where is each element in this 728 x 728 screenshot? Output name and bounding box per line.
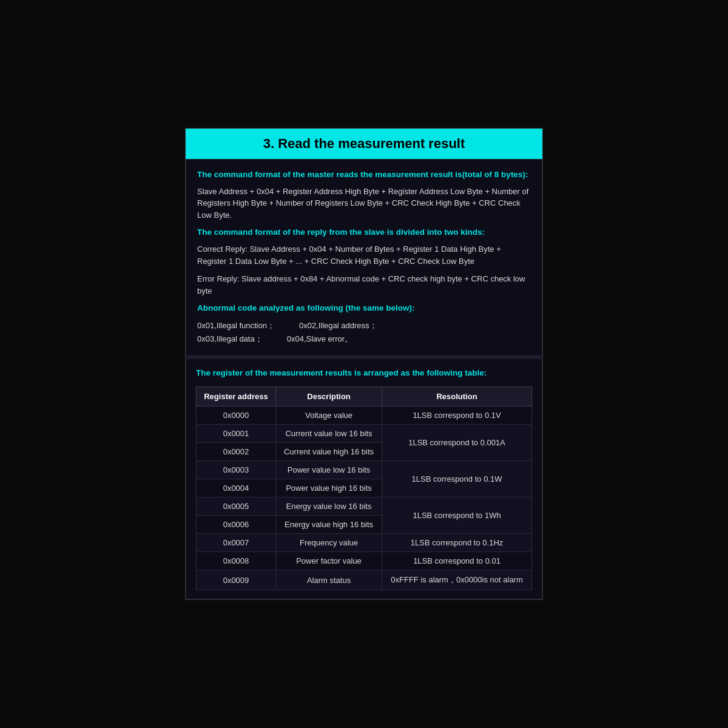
col-header-resolution: Resolution xyxy=(382,387,532,406)
table-row: 0x0008Power factor value1LSB correspond … xyxy=(197,552,532,570)
correct-reply: Correct Reply: Slave Address + 0x04 + Nu… xyxy=(197,243,531,267)
cell-description: Energy value high 16 bits xyxy=(275,516,382,534)
cell-address: 0x0006 xyxy=(197,516,276,534)
cell-description: Power value low 16 bits xyxy=(275,461,382,479)
cell-description: Voltage value xyxy=(275,406,382,425)
cell-address: 0x0007 xyxy=(197,534,276,552)
cell-resolution: 1LSB correspond to 0.001A xyxy=(382,425,532,461)
cell-address: 0x0003 xyxy=(197,461,276,479)
col-header-description: Description xyxy=(275,387,382,406)
abnormal-label: Abnormal code analyzed as following (the… xyxy=(197,303,531,314)
cell-description: Current value high 16 bits xyxy=(275,443,382,461)
table-section: The register of the measurement results … xyxy=(186,359,542,599)
cell-address: 0x0001 xyxy=(197,425,276,443)
table-row: 0x0009Alarm status0xFFFF is alarm，0x0000… xyxy=(197,570,532,590)
table-row: 0x0005Energy value low 16 bits1LSB corre… xyxy=(197,497,532,516)
section-title: 3. Read the measurement result xyxy=(186,129,542,159)
cell-description: Energy value low 16 bits xyxy=(275,497,382,516)
abnormal-code-row-2: 0x03,Illegal data； 0x04,Slave error。 xyxy=(197,332,531,346)
abnormal-code-2b: 0x04,Slave error。 xyxy=(287,332,352,346)
table-row: 0x0001Current value low 16 bits1LSB corr… xyxy=(197,425,532,443)
abnormal-code-1b: 0x02,Illegal address； xyxy=(299,319,377,332)
content-area: The command format of the master reads t… xyxy=(186,159,542,356)
cell-resolution: 1LSB correspond to 0.1Hz xyxy=(382,534,532,552)
reply-format-label: The command format of the reply from the… xyxy=(197,227,531,238)
cell-resolution: 1LSB correspond to 0.01 xyxy=(382,552,532,570)
cell-resolution: 1LSB correspond to 0.1V xyxy=(382,406,532,425)
cell-description: Frequency value xyxy=(275,534,382,552)
abnormal-code-row-1: 0x01,Illegal function； 0x02,Illegal addr… xyxy=(197,319,531,332)
cell-resolution: 1LSB correspond to 0.1W xyxy=(382,461,532,497)
command-format-body: Slave Address + 0x04 + Register Address … xyxy=(197,186,531,221)
page-container: 3. Read the measurement result The comma… xyxy=(185,128,543,600)
cell-address: 0x0004 xyxy=(197,479,276,497)
cell-description: Power factor value xyxy=(275,552,382,570)
cell-description: Alarm status xyxy=(275,570,382,590)
cell-address: 0x0005 xyxy=(197,497,276,516)
col-header-address: Register address xyxy=(197,387,276,406)
table-intro: The register of the measurement results … xyxy=(196,368,532,379)
cell-address: 0x0009 xyxy=(197,570,276,590)
abnormal-code-2a: 0x03,Illegal data； xyxy=(197,332,263,346)
cell-address: 0x0000 xyxy=(197,406,276,425)
cell-address: 0x0008 xyxy=(197,552,276,570)
table-header-row: Register address Description Resolution xyxy=(197,387,532,406)
table-row: 0x0007Frequency value1LSB correspond to … xyxy=(197,534,532,552)
table-row: 0x0000Voltage value1LSB correspond to 0.… xyxy=(197,406,532,425)
cell-description: Current value low 16 bits xyxy=(275,425,382,443)
cell-resolution: 1LSB correspond to 1Wh xyxy=(382,497,532,534)
abnormal-codes: 0x01,Illegal function； 0x02,Illegal addr… xyxy=(197,319,531,346)
table-row: 0x0003Power value low 16 bits1LSB corres… xyxy=(197,461,532,479)
cell-description: Power value high 16 bits xyxy=(275,479,382,497)
abnormal-code-1a: 0x01,Illegal function； xyxy=(197,319,275,332)
register-table: Register address Description Resolution … xyxy=(196,386,532,590)
cell-resolution: 0xFFFF is alarm，0x0000is not alarm xyxy=(382,570,532,590)
error-reply: Error Reply: Slave address + 0x84 + Abno… xyxy=(197,273,531,297)
cell-address: 0x0002 xyxy=(197,443,276,461)
command-format-label: The command format of the master reads t… xyxy=(197,169,531,181)
